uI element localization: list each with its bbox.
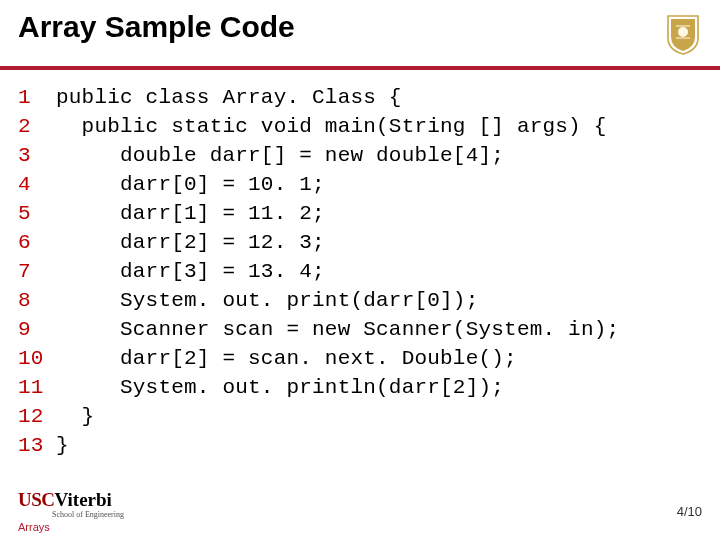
code-text: System. out. println(darr[2]);: [43, 376, 504, 399]
code-text: darr[2] = scan. next. Double();: [43, 347, 517, 370]
line-number: 8: [18, 287, 43, 316]
code-line: 13 }: [18, 432, 702, 461]
svg-point-0: [678, 27, 688, 37]
logo-prefix: USC: [18, 489, 55, 511]
code-line: 8 System. out. print(darr[0]);: [18, 287, 702, 316]
code-line: 2 public static void main(String [] args…: [18, 113, 702, 142]
code-text: }: [43, 405, 94, 428]
code-text: darr[2] = 12. 3;: [43, 231, 325, 254]
page-number: 4/10: [677, 504, 702, 519]
logo-main: Viterbi: [55, 489, 112, 511]
code-text: public class Array. Class {: [43, 86, 401, 109]
code-line: 12 }: [18, 403, 702, 432]
slide-title: Array Sample Code: [18, 10, 295, 44]
footer-left: USC Viterbi School of Engineering Arrays: [18, 489, 124, 533]
code-text: darr[0] = 10. 1;: [43, 173, 325, 196]
code-line: 1 public class Array. Class {: [18, 84, 702, 113]
code-line: 11 System. out. println(darr[2]);: [18, 374, 702, 403]
line-number: 11: [18, 374, 43, 403]
line-number: 9: [18, 316, 43, 345]
line-number: 6: [18, 229, 43, 258]
slide: Array Sample Code 1 public class Array. …: [0, 0, 720, 540]
line-number: 13: [18, 432, 43, 461]
code-line: 6 darr[2] = 12. 3;: [18, 229, 702, 258]
code-line: 7 darr[3] = 13. 4;: [18, 258, 702, 287]
code-text: Scanner scan = new Scanner(System. in);: [43, 318, 619, 341]
code-text: }: [43, 434, 69, 457]
code-line: 3 double darr[] = new double[4];: [18, 142, 702, 171]
line-number: 12: [18, 403, 43, 432]
code-text: darr[1] = 11. 2;: [43, 202, 325, 225]
line-number: 5: [18, 200, 43, 229]
logo-subtitle: School of Engineering: [52, 510, 124, 519]
code-block: 1 public class Array. Class {2 public st…: [0, 70, 720, 540]
title-bar: Array Sample Code: [0, 0, 720, 70]
code-line: 4 darr[0] = 10. 1;: [18, 171, 702, 200]
code-line: 9 Scanner scan = new Scanner(System. in)…: [18, 316, 702, 345]
usc-shield-icon: [664, 12, 702, 60]
line-number: 7: [18, 258, 43, 287]
line-number: 2: [18, 113, 43, 142]
code-line: 10 darr[2] = scan. next. Double();: [18, 345, 702, 374]
topic-label: Arrays: [18, 521, 50, 533]
line-number: 4: [18, 171, 43, 200]
code-text: System. out. print(darr[0]);: [43, 289, 478, 312]
code-text: public static void main(String [] args) …: [43, 115, 606, 138]
usc-logo: USC Viterbi: [18, 489, 112, 511]
code-line: 5 darr[1] = 11. 2;: [18, 200, 702, 229]
line-number: 10: [18, 345, 43, 374]
footer: USC Viterbi School of Engineering Arrays…: [0, 492, 720, 540]
line-number: 1: [18, 84, 43, 113]
line-number: 3: [18, 142, 43, 171]
code-text: double darr[] = new double[4];: [43, 144, 504, 167]
code-text: darr[3] = 13. 4;: [43, 260, 325, 283]
